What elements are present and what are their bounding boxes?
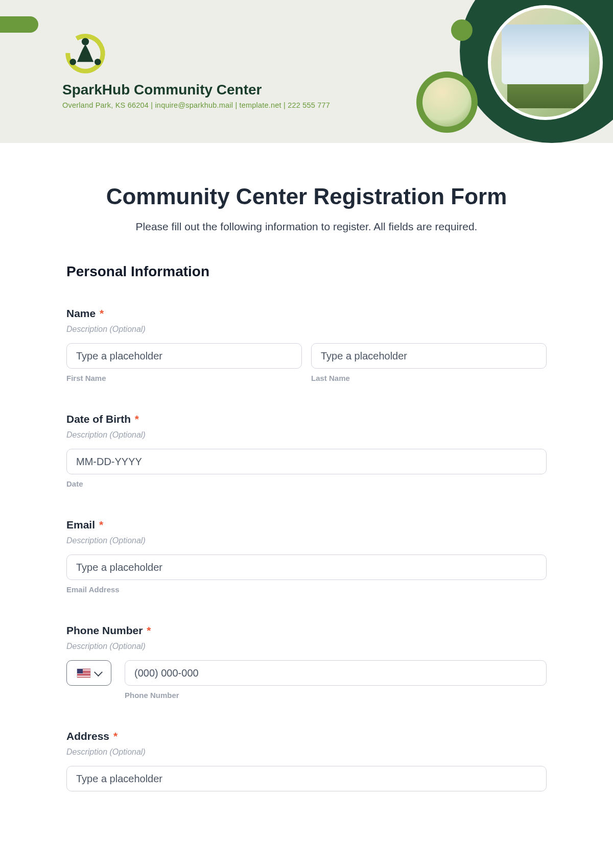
svg-point-2 xyxy=(95,59,101,65)
last-name-sublabel: Last Name xyxy=(311,374,547,382)
dob-description[interactable]: Description (Optional) xyxy=(66,430,547,440)
accent-pill xyxy=(0,16,38,33)
org-contact-line: Overland Park, KS 66204 | inquire@sparkh… xyxy=(62,101,330,109)
address-label: Address * xyxy=(66,730,547,742)
org-identity-block: SparkHub Community Center Overland Park,… xyxy=(62,31,330,109)
flag-us-icon xyxy=(77,669,90,678)
org-logo-icon xyxy=(62,31,108,77)
field-dob: Date of Birth * Description (Optional) D… xyxy=(66,413,547,488)
first-name-input[interactable] xyxy=(66,343,302,369)
country-code-select[interactable] xyxy=(66,660,111,686)
required-marker: * xyxy=(113,730,117,742)
name-label-text: Name xyxy=(66,307,96,319)
email-sublabel: Email Address xyxy=(66,585,547,594)
address-label-text: Address xyxy=(66,730,109,742)
dob-sublabel: Date xyxy=(66,479,547,488)
svg-point-3 xyxy=(82,38,89,45)
decor-photo-small-ring xyxy=(416,71,478,133)
required-marker: * xyxy=(100,307,104,319)
email-label-text: Email xyxy=(66,519,95,531)
required-marker: * xyxy=(147,624,151,636)
phone-label-text: Phone Number xyxy=(66,624,143,636)
decor-photo-small xyxy=(422,78,471,127)
org-name: SparkHub Community Center xyxy=(62,82,330,98)
name-description[interactable]: Description (Optional) xyxy=(66,325,547,334)
required-marker: * xyxy=(135,413,139,425)
field-phone: Phone Number * Description (Optional) Ph… xyxy=(66,624,547,700)
page-subtitle: Please fill out the following informatio… xyxy=(66,221,547,233)
phone-label: Phone Number * xyxy=(66,624,547,637)
chevron-down-icon xyxy=(94,668,103,677)
header-banner: SparkHub Community Center Overland Park,… xyxy=(0,0,613,143)
last-name-input[interactable] xyxy=(311,343,547,369)
form-container: Community Center Registration Form Pleas… xyxy=(0,143,613,791)
field-address: Address * Description (Optional) xyxy=(66,730,547,791)
first-name-sublabel: First Name xyxy=(66,374,302,382)
address-description[interactable]: Description (Optional) xyxy=(66,748,547,757)
phone-input[interactable] xyxy=(125,660,547,686)
decor-photo-large xyxy=(488,5,603,120)
page-title: Community Center Registration Form xyxy=(66,184,547,209)
dob-label-text: Date of Birth xyxy=(66,413,131,425)
required-marker: * xyxy=(99,519,103,531)
email-description[interactable]: Description (Optional) xyxy=(66,536,547,545)
email-input[interactable] xyxy=(66,554,547,580)
address-input[interactable] xyxy=(66,766,547,791)
email-label: Email * xyxy=(66,519,547,531)
dob-label: Date of Birth * xyxy=(66,413,547,425)
name-label: Name * xyxy=(66,307,547,320)
decor-green-dot xyxy=(451,19,473,41)
phone-description[interactable]: Description (Optional) xyxy=(66,642,547,651)
section-personal-heading: Personal Information xyxy=(66,263,547,280)
dob-input[interactable] xyxy=(66,449,547,474)
field-email: Email * Description (Optional) Email Add… xyxy=(66,519,547,594)
phone-sublabel: Phone Number xyxy=(125,691,547,700)
svg-point-1 xyxy=(69,59,76,65)
field-name: Name * Description (Optional) First Name… xyxy=(66,307,547,382)
